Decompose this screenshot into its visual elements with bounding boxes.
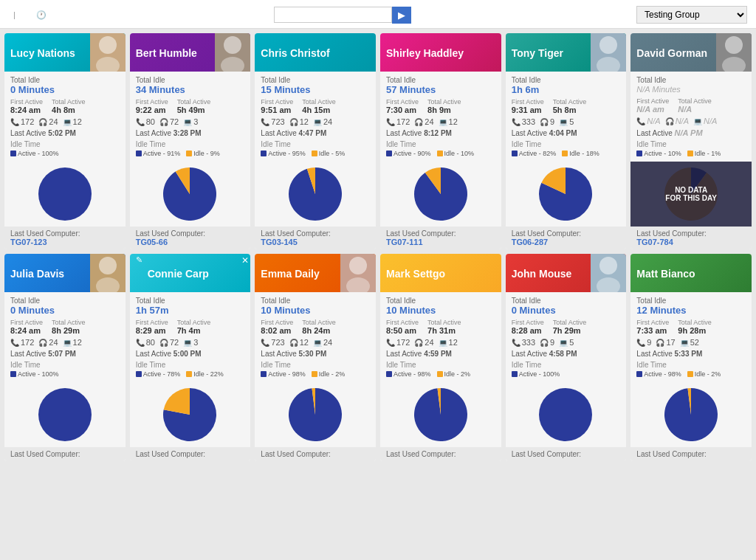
calls-row: 723 12 24 xyxy=(261,338,370,347)
client-select[interactable]: Testing Group xyxy=(636,6,747,24)
card-footer: Last Used Computer: TG05-66 xyxy=(130,227,251,249)
last-active-value: 5:33 PM xyxy=(674,350,702,358)
idle-legend: Idle - 5% xyxy=(312,150,346,157)
idle-legend: Idle - 18% xyxy=(562,150,599,157)
svg-point-7 xyxy=(725,36,743,54)
last-computer-value: TG07-784 xyxy=(636,238,673,246)
total-active-label: Total Active xyxy=(52,98,86,106)
first-active-value: 9:22 am xyxy=(136,106,168,114)
close-button[interactable]: ✕ xyxy=(241,255,249,266)
card-body: Total Idle 15 Minutes First Active 9:51 … xyxy=(255,72,376,162)
idle-label: Total Idle xyxy=(512,297,621,305)
idle-label: Total Idle xyxy=(386,76,495,84)
active-legend: Active - 90% xyxy=(386,150,431,157)
idle-legend-label: Idle - 2% xyxy=(695,370,721,378)
active-legend: Active - 98% xyxy=(386,370,431,378)
idle-legend-label: Idle - 9% xyxy=(193,150,220,157)
monitor-icon xyxy=(313,117,322,126)
app-header: | 🕐 ▶ Testing Group xyxy=(0,0,756,29)
last-active-value: 5:02 PM xyxy=(48,129,76,137)
card-footer: Last Used Computer: xyxy=(4,447,126,461)
idle-time-label: Idle Time xyxy=(386,140,495,148)
active-legend: Active - 98% xyxy=(636,370,681,378)
client-area: Testing Group xyxy=(636,4,747,24)
idle-time-label: Idle Time xyxy=(136,140,245,148)
first-active-label: First Active xyxy=(386,98,419,106)
active-legend: Active - 78% xyxy=(136,370,181,378)
idle-legend-dot xyxy=(437,151,443,156)
calls-item: 172 xyxy=(386,117,410,126)
monitor-item: 3 xyxy=(183,338,198,347)
monitor-icon xyxy=(559,117,568,126)
cards-grid: Lucy Nations Total Idle 0 Minutes First … xyxy=(0,29,756,466)
calls-row: 723 12 24 xyxy=(261,117,370,126)
card-footer: Last Used Computer: TG06-287 xyxy=(506,227,627,249)
first-active-item: First Active 8:29 am xyxy=(136,319,168,335)
idle-legend-label: Idle - 18% xyxy=(569,150,599,157)
idle-label: Total Idle xyxy=(10,76,120,84)
card-header: Shirley Haddley xyxy=(380,33,501,72)
monitor-icon xyxy=(559,338,568,347)
headset-icon xyxy=(289,338,298,347)
calls-row: 80 72 3 xyxy=(136,117,245,126)
idle-time-label: Idle Time xyxy=(386,361,495,369)
last-active-value: 4:58 PM xyxy=(549,350,577,358)
idle-legend-dot xyxy=(186,151,192,156)
first-active-label: First Active xyxy=(10,319,43,326)
idle-label: Total Idle xyxy=(512,76,621,84)
total-active-item: Total Active 7h 31m xyxy=(427,319,461,335)
monitor-item: 12 xyxy=(63,338,82,347)
active-legend-label: Active - 100% xyxy=(18,370,59,378)
idle-time-label: Idle Time xyxy=(512,361,621,369)
edit-button[interactable]: ✎ xyxy=(136,255,142,265)
phone-icon xyxy=(136,117,145,126)
card-name: Chris Christof xyxy=(261,47,370,59)
header-nav: | 🕐 xyxy=(9,10,49,20)
active-legend-dot xyxy=(386,151,392,156)
svg-point-12 xyxy=(349,257,367,274)
card-name: Mark Settgo xyxy=(386,268,495,280)
svg-point-11 xyxy=(38,388,92,441)
calls-row: 333 9 5 xyxy=(512,338,621,347)
legend: Active - 78% Idle - 22% xyxy=(136,370,245,378)
active-legend-dot xyxy=(261,151,267,156)
card-name: Matt Bianco xyxy=(636,268,746,280)
legend: Active - 91% Idle - 9% xyxy=(136,150,245,157)
total-active-item: Total Active 7h 29m xyxy=(553,319,587,335)
search-input[interactable] xyxy=(274,7,392,23)
svg-point-6 xyxy=(597,57,620,72)
active-legend-dot xyxy=(512,371,518,377)
idle-time-label: Idle Time xyxy=(636,361,746,369)
card-lucy-nations: Lucy Nations Total Idle 0 Minutes First … xyxy=(4,33,126,249)
headset-item: 24 xyxy=(414,338,433,347)
total-active-item: Total Active 8h 29m xyxy=(52,319,86,335)
active-row: First Active N/A am Total Active N/A xyxy=(636,97,746,114)
clock-icon: 🕐 xyxy=(36,10,47,20)
legend: Active - 98% Idle - 2% xyxy=(636,370,746,378)
first-active-value: N/A am xyxy=(636,105,669,114)
monitor-item: 12 xyxy=(439,338,458,347)
headset-item: 12 xyxy=(289,338,309,347)
card-footer: Last Used Computer: xyxy=(630,447,752,461)
svg-point-4 xyxy=(221,57,244,72)
idle-value: 57 Minutes xyxy=(386,84,495,95)
last-computer-label: Last Used Computer: xyxy=(136,229,206,238)
card-body: Total Idle 1h 6m First Active 9:31 am To… xyxy=(506,72,627,162)
first-active-item: First Active 8:50 am xyxy=(386,319,419,335)
active-row: First Active 9:31 am Total Active 5h 8m xyxy=(512,98,621,114)
idle-value: N/A Minutes xyxy=(636,84,746,94)
card-david-gorman: David Gorman Total Idle N/A Minutes Firs… xyxy=(630,33,752,249)
search-button[interactable]: ▶ xyxy=(392,7,411,24)
active-legend-label: Active - 91% xyxy=(143,150,181,157)
monitor-item: 24 xyxy=(313,338,332,347)
headset-icon xyxy=(665,117,674,125)
legend: Active - 10% Idle - 1% xyxy=(636,150,746,157)
monitor-icon xyxy=(63,117,72,126)
idle-legend-label: Idle - 22% xyxy=(193,370,224,378)
first-active-item: First Active N/A am xyxy=(636,97,669,114)
card-header: Lucy Nations xyxy=(4,33,126,72)
idle-label: Total Idle xyxy=(136,76,245,84)
last-active-row: Last Active 5:02 PM xyxy=(10,129,120,137)
legend: Active - 100% xyxy=(10,370,120,378)
monitor-icon xyxy=(183,338,192,347)
